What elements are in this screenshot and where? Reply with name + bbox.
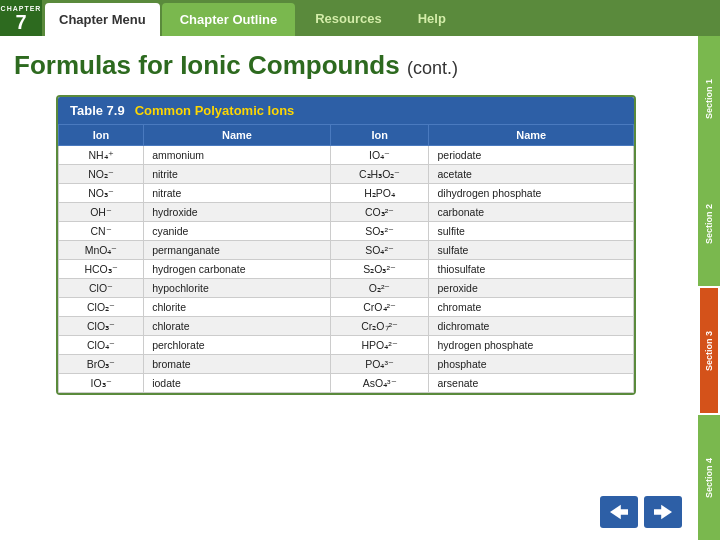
table-row: HCO₃⁻hydrogen carbonateS₂O₃²⁻thiosulfate (59, 260, 634, 279)
name-cell: thiosulfate (429, 260, 634, 279)
table-row: ClO₃⁻chlorateCr₂O₇²⁻dichromate (59, 317, 634, 336)
table-header: Table 7.9 Common Polyatomic Ions (58, 97, 634, 124)
ion-cell: ClO⁻ (59, 279, 144, 298)
ion-cell: SO₄²⁻ (330, 241, 429, 260)
ion-cell: C₂H₃O₂⁻ (330, 165, 429, 184)
bottom-navigation (600, 496, 682, 528)
name-cell: phosphate (429, 355, 634, 374)
table-row: NH₄⁺ammoniumIO₄⁻periodate (59, 146, 634, 165)
main-content: Formulas for Ionic Compounds (cont.) Tab… (0, 36, 720, 540)
name-cell: hydrogen phosphate (429, 336, 634, 355)
ion-cell: AsO₄³⁻ (330, 374, 429, 393)
name-cell: hypochlorite (144, 279, 331, 298)
ion-cell: HCO₃⁻ (59, 260, 144, 279)
ion-cell: O₂²⁻ (330, 279, 429, 298)
col-ion2: Ion (330, 125, 429, 146)
ion-cell: S₂O₃²⁻ (330, 260, 429, 279)
name-cell: peroxide (429, 279, 634, 298)
ion-cell: ClO₂⁻ (59, 298, 144, 317)
ion-cell: NH₄⁺ (59, 146, 144, 165)
ion-cell: BrO₃⁻ (59, 355, 144, 374)
table-label: Table 7.9 (70, 103, 125, 118)
table-row: NO₃⁻nitrateH₂PO₄dihydrogen phosphate (59, 184, 634, 203)
table-row: IO₃⁻iodateAsO₄³⁻arsenate (59, 374, 634, 393)
ion-cell: HPO₄²⁻ (330, 336, 429, 355)
ion-cell: ClO₃⁻ (59, 317, 144, 336)
name-cell: nitrate (144, 184, 331, 203)
forward-arrow-icon (652, 503, 674, 521)
chapter-menu-button[interactable]: Chapter Menu (45, 3, 160, 36)
page-title: Formulas for Ionic Compounds (cont.) (14, 50, 678, 81)
table-row: ClO₂⁻chloriteCrO₄²⁻chromate (59, 298, 634, 317)
ion-cell: ClO₄⁻ (59, 336, 144, 355)
ion-cell: CN⁻ (59, 222, 144, 241)
ion-cell: NO₃⁻ (59, 184, 144, 203)
name-cell: bromate (144, 355, 331, 374)
resources-button[interactable]: Resources (297, 0, 399, 36)
right-sidebar: Section 1 Section 2 Section 3 Section 4 (698, 36, 720, 540)
name-cell: nitrite (144, 165, 331, 184)
table-row: MnO₄⁻permanganateSO₄²⁻sulfate (59, 241, 634, 260)
name-cell: dichromate (429, 317, 634, 336)
name-cell: periodate (429, 146, 634, 165)
ion-cell: IO₄⁻ (330, 146, 429, 165)
name-cell: carbonate (429, 203, 634, 222)
name-cell: sulfite (429, 222, 634, 241)
table-title: Common Polyatomic Ions (135, 103, 295, 118)
ion-cell: H₂PO₄ (330, 184, 429, 203)
ion-cell: MnO₄⁻ (59, 241, 144, 260)
ion-cell: SO₃²⁻ (330, 222, 429, 241)
svg-marker-0 (610, 505, 628, 519)
table-row: ClO⁻hypochloriteO₂²⁻peroxide (59, 279, 634, 298)
sidebar-tab-section4[interactable]: Section 4 (698, 415, 720, 540)
content-area: Formulas for Ionic Compounds (cont.) Tab… (0, 36, 698, 540)
forward-arrow-button[interactable] (644, 496, 682, 528)
name-cell: chlorite (144, 298, 331, 317)
ion-cell: PO₄³⁻ (330, 355, 429, 374)
chapter-number: 7 (15, 12, 26, 32)
name-cell: ammonium (144, 146, 331, 165)
name-cell: hydroxide (144, 203, 331, 222)
polyatomic-ions-table-container: Table 7.9 Common Polyatomic Ions Ion Nam… (56, 95, 636, 395)
chapter-badge: CHAPTER 7 (0, 0, 42, 36)
ion-cell: Cr₂O₇²⁻ (330, 317, 429, 336)
name-cell: acetate (429, 165, 634, 184)
title-text: Formulas for Ionic Compounds (14, 50, 400, 80)
name-cell: chlorate (144, 317, 331, 336)
col-ion1: Ion (59, 125, 144, 146)
help-button[interactable]: Help (400, 0, 464, 36)
ion-cell: CO₃²⁻ (330, 203, 429, 222)
table-row: NO₂⁻nitriteC₂H₃O₂⁻acetate (59, 165, 634, 184)
col-name2: Name (429, 125, 634, 146)
sidebar-tab-section3[interactable]: Section 3 (698, 286, 720, 415)
name-cell: iodate (144, 374, 331, 393)
sidebar-tab-section1[interactable]: Section 1 (698, 36, 720, 161)
data-table: Ion Name Ion Name NH₄⁺ammoniumIO₄⁻period… (58, 124, 634, 393)
name-cell: hydrogen carbonate (144, 260, 331, 279)
table-row: CN⁻cyanideSO₃²⁻sulfite (59, 222, 634, 241)
name-cell: permanganate (144, 241, 331, 260)
col-name1: Name (144, 125, 331, 146)
name-cell: cyanide (144, 222, 331, 241)
name-cell: sulfate (429, 241, 634, 260)
ion-cell: IO₃⁻ (59, 374, 144, 393)
name-cell: perchlorate (144, 336, 331, 355)
name-cell: dihydrogen phosphate (429, 184, 634, 203)
chapter-outline-button[interactable]: Chapter Outline (162, 3, 296, 36)
name-cell: chromate (429, 298, 634, 317)
ion-cell: CrO₄²⁻ (330, 298, 429, 317)
back-arrow-icon (608, 503, 630, 521)
sidebar-tab-section2[interactable]: Section 2 (698, 161, 720, 286)
table-header-row: Ion Name Ion Name (59, 125, 634, 146)
table-row: ClO₄⁻perchlorateHPO₄²⁻hydrogen phosphate (59, 336, 634, 355)
back-arrow-button[interactable] (600, 496, 638, 528)
ion-cell: NO₂⁻ (59, 165, 144, 184)
svg-marker-1 (654, 505, 672, 519)
name-cell: arsenate (429, 374, 634, 393)
table-row: BrO₃⁻bromatePO₄³⁻phosphate (59, 355, 634, 374)
table-row: OH⁻hydroxideCO₃²⁻carbonate (59, 203, 634, 222)
ion-cell: OH⁻ (59, 203, 144, 222)
top-navigation: CHAPTER 7 Chapter Menu Chapter Outline R… (0, 0, 720, 36)
subtitle-text: (cont.) (407, 58, 458, 78)
